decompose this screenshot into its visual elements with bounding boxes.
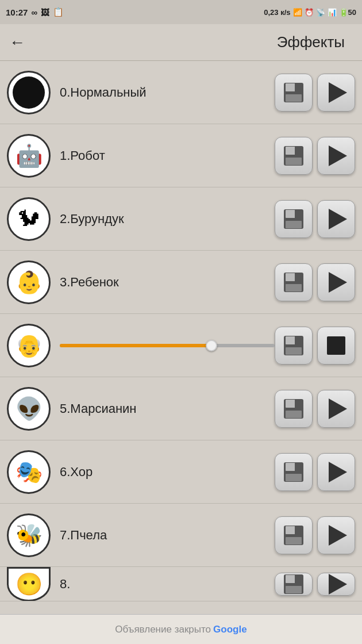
svg-rect-18: [295, 336, 298, 344]
svg-rect-31: [286, 537, 302, 545]
svg-rect-34: [295, 575, 298, 583]
status-battery: 🔋50: [339, 8, 356, 17]
save-button-5[interactable]: [275, 390, 313, 428]
action-buttons-5: [275, 390, 355, 428]
svg-rect-35: [286, 586, 302, 593]
svg-rect-14: [295, 273, 298, 281]
avatar-4: 👴: [7, 324, 51, 367]
play-button-3[interactable]: [317, 263, 355, 301]
status-infinity: ∞: [31, 7, 37, 17]
action-buttons-1: [275, 137, 355, 175]
play-icon-5: [329, 398, 347, 419]
google-brand: Google: [213, 624, 247, 635]
effect-name-6: 6.Хор: [60, 465, 275, 480]
floppy-icon-7: [283, 524, 305, 546]
action-buttons-8: [275, 573, 355, 596]
play-button-0[interactable]: [317, 74, 355, 112]
avatar-5: 👽: [7, 387, 51, 431]
svg-rect-15: [286, 284, 302, 292]
save-button-6[interactable]: [275, 453, 313, 491]
ad-text: Объявление закрыто: [115, 624, 211, 635]
svg-rect-11: [286, 221, 302, 228]
avatar-8: 😶: [7, 567, 51, 601]
avatar-1: 🤖: [7, 134, 51, 178]
slider-thumb-4[interactable]: [206, 340, 217, 351]
avatar-7: 🐝: [7, 513, 51, 557]
play-icon-3: [329, 272, 347, 293]
play-button-7[interactable]: [317, 516, 355, 554]
save-button-1[interactable]: [275, 137, 313, 175]
avatar-2: 🐿: [7, 197, 51, 241]
action-buttons-7: [275, 516, 355, 554]
effect-name-7: 7.Пчела: [60, 528, 275, 543]
effect-name-1: 1.Робот: [60, 148, 275, 163]
floppy-icon-8: [283, 573, 305, 595]
status-time: 10:27: [6, 7, 28, 17]
status-bar: 10:27 ∞ 🖼 📋 0,23 к/s 📶 ⏰ 📡 📊 🔋50: [0, 0, 362, 24]
play-button-6[interactable]: [317, 453, 355, 491]
save-button-4[interactable]: [275, 327, 313, 365]
floppy-icon-0: [283, 82, 305, 103]
action-buttons-6: [275, 453, 355, 491]
svg-rect-26: [295, 463, 298, 471]
floppy-icon-4: [283, 335, 305, 356]
save-button-3[interactable]: [275, 263, 313, 301]
slider-fill-4: [60, 344, 210, 347]
svg-rect-2: [295, 83, 298, 91]
svg-rect-22: [295, 400, 298, 408]
effect-item-5: 👽 5.Марсианин: [0, 377, 362, 440]
effect-item-2: 🐿 2.Бурундук: [0, 187, 362, 251]
effect-item-1: 🤖 1.Робот: [0, 124, 362, 187]
svg-rect-6: [295, 147, 298, 155]
effect-item-8: 😶 8.: [0, 567, 362, 601]
save-button-2[interactable]: [275, 200, 313, 238]
svg-rect-10: [295, 210, 298, 218]
effect-item-6: 🎭 6.Хор: [0, 440, 362, 504]
action-buttons-4: [275, 327, 355, 365]
avatar-3: 👶: [7, 260, 51, 304]
normal-circle-icon: [13, 76, 45, 109]
status-image-icon: 🖼: [41, 7, 49, 17]
effect-name-5: 5.Марсианин: [60, 401, 275, 416]
effect-item-3: 👶 3.Ребенок: [0, 251, 362, 314]
play-icon-0: [329, 82, 347, 103]
play-button-2[interactable]: [317, 200, 355, 238]
effect-item-7: 🐝 7.Пчела: [0, 504, 362, 567]
floppy-icon-1: [283, 145, 305, 167]
back-button[interactable]: ←: [9, 33, 25, 52]
svg-rect-7: [286, 158, 302, 165]
stop-icon-4: [327, 336, 345, 355]
play-button-1[interactable]: [317, 137, 355, 175]
page-title: Эффекты: [277, 33, 345, 51]
save-button-8[interactable]: [275, 573, 313, 596]
stop-button-4[interactable]: [317, 327, 355, 365]
slider-track-4: [60, 344, 275, 347]
ad-bar: Объявление закрыто Google: [0, 614, 362, 644]
save-button-0[interactable]: [275, 74, 313, 112]
effect-name-2: 2.Бурундук: [60, 212, 275, 227]
status-speed: 0,23 к/s: [264, 8, 290, 17]
effect-name-8: 8.: [60, 577, 275, 592]
play-button-8[interactable]: [317, 573, 355, 596]
floppy-icon-2: [283, 208, 305, 230]
effects-list: 0.Нормальный 🤖 1.Робот: [0, 61, 362, 601]
effect-name-3: 3.Ребенок: [60, 275, 275, 290]
floppy-icon-3: [283, 271, 305, 293]
effect-item-0: 0.Нормальный: [0, 61, 362, 124]
svg-rect-19: [286, 347, 302, 355]
play-icon-6: [329, 462, 347, 482]
action-buttons-0: [275, 74, 355, 112]
action-buttons-3: [275, 263, 355, 301]
play-button-5[interactable]: [317, 390, 355, 428]
floppy-icon-5: [283, 398, 305, 420]
effect-name-0: 0.Нормальный: [60, 85, 275, 100]
effect-item-4: 👴: [0, 314, 362, 377]
floppy-icon-6: [283, 461, 305, 483]
save-button-7[interactable]: [275, 516, 313, 554]
play-icon-8: [329, 574, 347, 595]
svg-rect-23: [286, 411, 302, 418]
action-buttons-2: [275, 200, 355, 238]
svg-rect-27: [286, 474, 302, 481]
svg-rect-30: [295, 526, 298, 534]
play-icon-7: [329, 525, 347, 546]
